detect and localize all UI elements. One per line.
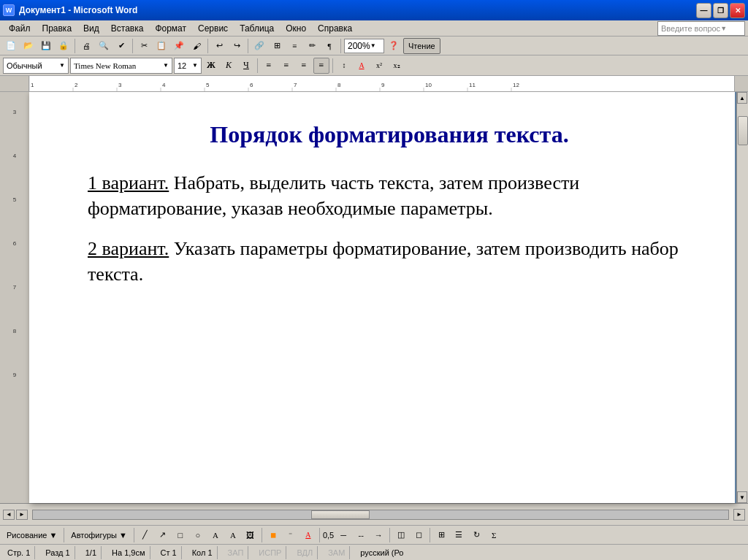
ruler-scale[interactable]: 1 2 3 4 5 6 7 8 9 10 11 12 (29, 76, 735, 92)
spellcheck-button[interactable]: ✔ (113, 38, 129, 54)
redo-button[interactable]: ↪ (229, 38, 245, 54)
subscript-button[interactable]: x₂ (389, 58, 405, 74)
menu-tools[interactable]: Сервис (192, 22, 234, 35)
sigma-button[interactable]: Σ (486, 527, 502, 543)
draw-arrow-button[interactable]: ↗ (155, 527, 171, 543)
help-dropdown-icon[interactable]: ▼ (720, 25, 727, 32)
restore-button[interactable]: ❐ (713, 3, 728, 18)
3d-button[interactable]: ◻ (411, 527, 427, 543)
font-dropdown[interactable]: Times New Roman ▼ (70, 58, 172, 74)
zoom-dropdown[interactable]: 200% ▼ (344, 39, 384, 53)
print-button[interactable]: 🖨 (78, 38, 94, 54)
superscript-button[interactable]: x² (371, 58, 387, 74)
hyperlink-button[interactable]: 🔗 (251, 38, 267, 54)
svg-text:1: 1 (31, 82, 34, 88)
undo-button[interactable]: ↩ (211, 38, 227, 54)
format-painter-button[interactable]: 🖌 (188, 38, 205, 54)
zoom-chevron-icon: ▼ (370, 42, 376, 49)
style-dropdown[interactable]: Обычный ▼ (3, 58, 69, 74)
drawing-menu-button[interactable]: Рисование ▼ (3, 527, 61, 543)
help-button[interactable]: ❓ (386, 38, 402, 54)
dash-style-button[interactable]: -- (353, 527, 369, 543)
menu-edit[interactable]: Правка (37, 22, 78, 35)
draw-wordart-button[interactable]: A (225, 527, 241, 543)
draw-rect-button[interactable]: □ (172, 527, 188, 543)
menu-help[interactable]: Справка (312, 22, 358, 35)
scroll-right-button[interactable]: ► (733, 509, 745, 521)
scroll-up-button[interactable]: ▲ (737, 92, 747, 104)
left-sidebar: 3 4 5 6 7 8 9 (0, 92, 29, 503)
draw-ellipse-button[interactable]: ○ (190, 527, 206, 543)
document-page[interactable]: Порядок форматирования текста. 1 вариант… (29, 92, 735, 503)
section-label: Разд 1 (45, 548, 69, 557)
open-button[interactable]: 📂 (20, 38, 37, 54)
draw-line-button[interactable]: ╱ (137, 527, 153, 543)
menu-format[interactable]: Формат (149, 22, 192, 35)
columns-button[interactable]: ≡ (286, 38, 302, 54)
menu-insert[interactable]: Вставка (105, 22, 150, 35)
bottom-scroll-area: ◄ ► ► (0, 503, 748, 525)
autoshapes-button[interactable]: Автофигуры ▼ (67, 527, 131, 543)
sep5 (340, 39, 341, 53)
svg-text:2: 2 (75, 82, 78, 88)
menu-view[interactable]: Вид (77, 22, 105, 35)
copy-button[interactable]: 📋 (153, 38, 169, 54)
status-ovr: ЗАМ (324, 546, 350, 559)
vertical-ruler: 3 4 5 6 7 8 9 (0, 92, 29, 503)
permission-button[interactable]: 🔒 (56, 38, 72, 54)
close-button[interactable]: ✕ (730, 3, 745, 18)
arrow-style-button[interactable]: → (370, 527, 386, 543)
horizontal-scrollbar[interactable] (32, 510, 729, 520)
align-objects-button[interactable]: ⊞ (433, 527, 449, 543)
minimize-button[interactable]: — (696, 3, 711, 18)
font-color2-button[interactable]: A (300, 527, 316, 543)
h-scroll-thumb[interactable] (311, 510, 370, 519)
justify-button[interactable]: ≡ (313, 58, 329, 74)
draw-clip-button[interactable]: 🖼 (243, 527, 259, 543)
svg-text:8: 8 (13, 328, 17, 334)
ext-label: ВДЛ (297, 548, 313, 557)
scroll-down-button[interactable]: ▼ (737, 491, 747, 503)
print-preview-button[interactable]: 🔍 (96, 38, 112, 54)
menu-window[interactable]: Окно (280, 22, 312, 35)
page-nav-prev[interactable]: ◄ (3, 510, 15, 520)
fill-color-button[interactable]: ◼ (265, 527, 281, 543)
align-right-button[interactable]: ≡ (296, 58, 312, 74)
menu-file[interactable]: Файл (3, 22, 37, 35)
group-button[interactable]: ☰ (451, 527, 467, 543)
line-label: Ст 1 (161, 548, 177, 557)
underline-button[interactable]: Ч (238, 58, 254, 74)
align-center-button[interactable]: ≡ (278, 58, 294, 74)
draw-sep5 (389, 528, 390, 542)
draw-textbox-button[interactable]: A (207, 527, 224, 543)
font-color-button[interactable]: A (354, 58, 370, 74)
svg-text:3: 3 (118, 82, 122, 88)
cut-button[interactable]: ✂ (136, 38, 152, 54)
line-style-button[interactable]: ─ (335, 527, 351, 543)
new-button[interactable]: 📄 (3, 38, 19, 54)
read-button[interactable]: Чтение (403, 38, 440, 54)
svg-text:7: 7 (294, 82, 297, 88)
drawing-button[interactable]: ✏ (304, 38, 320, 54)
rotate-button[interactable]: ↻ (468, 527, 484, 543)
svg-text:10: 10 (425, 82, 432, 88)
size-dropdown[interactable]: 12 ▼ (174, 58, 202, 74)
page-nav-next[interactable]: ► (16, 510, 28, 520)
table-button[interactable]: ⊞ (269, 38, 285, 54)
line-color-button[interactable]: ⁻ (283, 527, 299, 543)
align-left-button[interactable]: ≡ (261, 58, 277, 74)
paste-button[interactable]: 📌 (171, 38, 187, 54)
scroll-thumb[interactable] (738, 116, 748, 145)
status-section: Разд 1 (41, 546, 75, 559)
shadow-button[interactable]: ◫ (393, 527, 409, 543)
bold-button[interactable]: Ж (203, 58, 219, 74)
line-spacing-button[interactable]: ↕ (336, 58, 352, 74)
save-button[interactable]: 💾 (38, 38, 54, 54)
help-search-box[interactable]: Введите вопрос ▼ (657, 21, 745, 36)
draw-sep3 (262, 528, 262, 542)
vertical-scrollbar[interactable]: ▲ ▼ (736, 92, 748, 503)
show-formatting-button[interactable]: ¶ (321, 38, 337, 54)
variant2-label: 2 вариант. (88, 238, 169, 259)
menu-table[interactable]: Таблица (234, 22, 280, 35)
italic-button[interactable]: К (221, 58, 237, 74)
